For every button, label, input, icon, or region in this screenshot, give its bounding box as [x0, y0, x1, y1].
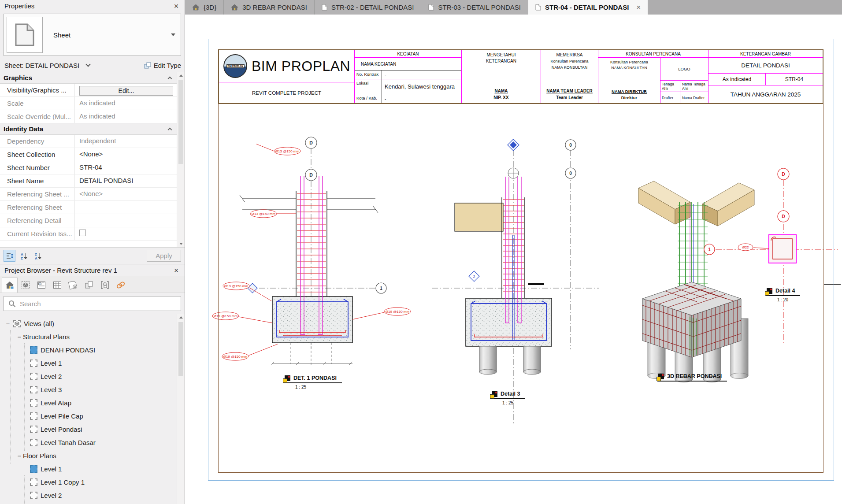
groups-icon[interactable]	[97, 278, 113, 293]
tree-guide	[10, 330, 11, 464]
property-row[interactable]: Visibility/Graphics ...Edit...	[0, 84, 185, 97]
view-label-3d-rebar[interactable]: 3D REBAR PONDASI	[657, 373, 727, 383]
tree-item[interactable]: Level Atap	[0, 396, 185, 409]
tree-item[interactable]: DENAH PONDASI	[0, 343, 185, 356]
property-row[interactable]: Sheet NumberSTR-04	[0, 161, 185, 174]
sheet-number: STR-04	[766, 74, 823, 85]
home-view-icon[interactable]	[2, 278, 18, 293]
property-value[interactable]: Independent	[75, 135, 185, 148]
chevron-up-icon[interactable]	[168, 128, 172, 132]
collapse-toggle[interactable]: −	[16, 333, 23, 341]
project-browser-panel: Project Browser - Revit Structure rev 1 …	[0, 264, 185, 504]
close-icon[interactable]: ×	[172, 267, 180, 274]
main-area: {3D}3D REBAR PONDASISTR-02 - DETAIL POND…	[185, 0, 842, 504]
tree-item[interactable]: −Floor Plans	[0, 449, 185, 462]
tree-item[interactable]: Level 3	[0, 383, 185, 396]
project-browser-title: Project Browser - Revit Structure rev 1	[4, 267, 117, 274]
properties-filter[interactable]: Sheet: DETAIL PONDASI	[4, 62, 79, 69]
chevron-up-icon[interactable]	[168, 77, 172, 81]
scroll-up-icon[interactable]	[179, 316, 183, 319]
scroll-up-icon[interactable]	[179, 74, 183, 77]
tree-item[interactable]: −Structural Plans	[0, 330, 185, 343]
tree-item[interactable]: Level 1	[0, 462, 185, 475]
view-tab-active[interactable]: STR-04 - DETAIL PONDASI×	[528, 0, 648, 15]
sort-default-button[interactable]	[4, 250, 15, 262]
view-tab[interactable]: {3D}	[185, 0, 224, 15]
property-row[interactable]: Sheet NameDETAIL PONDASI	[0, 174, 185, 188]
property-value[interactable]: <None>	[75, 188, 185, 200]
edit-button[interactable]: Edit...	[79, 86, 173, 96]
tree-item[interactable]: Level 1 Copy 1	[0, 475, 185, 489]
sort-za-button[interactable]: ZA	[32, 250, 44, 262]
property-row[interactable]: Scale Override (Mul...As indicated	[0, 110, 185, 123]
view-tab[interactable]: STR-02 - DETAIL PONDASI	[315, 0, 422, 15]
konsultan-header: KONSULTAN PERENCANA	[598, 50, 708, 58]
property-value[interactable]	[75, 201, 185, 214]
scroll-down-icon[interactable]	[179, 243, 183, 245]
section-header[interactable]: Graphics	[0, 72, 185, 84]
collapse-toggle[interactable]: −	[16, 452, 23, 460]
property-label: Referencing Sheet	[0, 201, 75, 214]
tree-item[interactable]: Level 1	[0, 356, 185, 370]
view-tab[interactable]: STR-03 - DETAIL PONDASI	[421, 0, 528, 15]
tree-item[interactable]: Level 2	[0, 370, 185, 383]
property-row[interactable]: DependencyIndependent	[0, 135, 185, 148]
property-value[interactable]: <None>	[75, 148, 185, 161]
sheet-stamp-icon[interactable]	[65, 278, 81, 293]
property-value[interactable]: As indicated	[75, 97, 185, 110]
plan-view-icon	[30, 492, 37, 499]
kontrak-label: No. Kontrak	[355, 70, 382, 79]
property-row[interactable]: Sheet Collection<None>	[0, 148, 185, 161]
property-value[interactable]: STR-04	[75, 161, 185, 174]
property-row[interactable]: ScaleAs indicated	[0, 97, 185, 110]
checkbox[interactable]	[79, 230, 86, 236]
company-name: BIM PROPLAN	[252, 58, 350, 74]
property-label: Dependency	[0, 135, 75, 148]
property-row[interactable]: Referencing Sheet ...<None>	[0, 188, 185, 201]
close-icon[interactable]: ×	[172, 2, 180, 10]
property-value[interactable]: As indicated	[75, 110, 185, 123]
memeriksa-header: MEMERIKSA	[556, 52, 582, 57]
property-value[interactable]: Edit...	[75, 84, 185, 96]
view-label-det1[interactable]: DET. 1 PONDASI 1 : 25	[284, 375, 342, 389]
edit-type-button[interactable]: Edit Type	[144, 62, 181, 69]
properties-title: Properties	[4, 2, 34, 10]
scrollbar-thumb[interactable]	[178, 322, 183, 376]
scrollbar-thumb[interactable]	[178, 80, 183, 164]
collapse-toggle[interactable]: −	[4, 320, 11, 327]
property-value[interactable]	[75, 227, 185, 240]
svg-text:Z: Z	[35, 252, 37, 256]
chevron-down-icon[interactable]	[171, 33, 175, 36]
tree-item[interactable]: Level Tanah Dasar	[0, 436, 185, 449]
chevron-down-icon[interactable]	[85, 62, 90, 67]
search-input[interactable]	[20, 300, 176, 308]
property-row[interactable]: Referencing Detail	[0, 214, 185, 227]
tree-item[interactable]: Level Pondasi	[0, 422, 185, 436]
sheets-icon[interactable]	[33, 278, 49, 293]
sheet-scale: As indicated	[708, 74, 766, 85]
views-icon[interactable]	[18, 278, 33, 293]
schedules-icon[interactable]	[49, 278, 65, 293]
search-box[interactable]	[4, 296, 181, 311]
sort-az-button[interactable]: AZ	[18, 250, 30, 262]
tree-guide	[24, 343, 25, 451]
property-value[interactable]	[75, 214, 185, 227]
property-value[interactable]: DETAIL PONDASI	[75, 174, 185, 187]
apply-button[interactable]: Apply	[147, 250, 181, 262]
nama-kegiatan: NAMA KEGIATAN	[355, 58, 461, 70]
tree-item[interactable]: Level Pile Cap	[0, 409, 185, 422]
property-row[interactable]: Referencing Sheet	[0, 201, 185, 214]
tree-item[interactable]: Level 2	[0, 489, 185, 502]
property-row[interactable]: Current Revision Iss...	[0, 227, 185, 241]
type-selector[interactable]: Sheet	[4, 14, 181, 56]
view-label-detail3[interactable]: Detail 3 1 : 25	[491, 391, 525, 405]
link-icon[interactable]	[113, 278, 129, 293]
assemblies-icon[interactable]	[81, 278, 97, 293]
tree-scrollbar[interactable]	[177, 314, 185, 504]
view-label-detail4[interactable]: Detail 4 1 : 20	[766, 288, 800, 302]
tree-item[interactable]: −Views (all)	[0, 317, 185, 330]
properties-scrollbar[interactable]	[177, 72, 185, 247]
close-icon[interactable]: ×	[636, 3, 641, 12]
section-header[interactable]: Identity Data	[0, 123, 185, 135]
view-tab[interactable]: 3D REBAR PONDASI	[224, 0, 315, 15]
